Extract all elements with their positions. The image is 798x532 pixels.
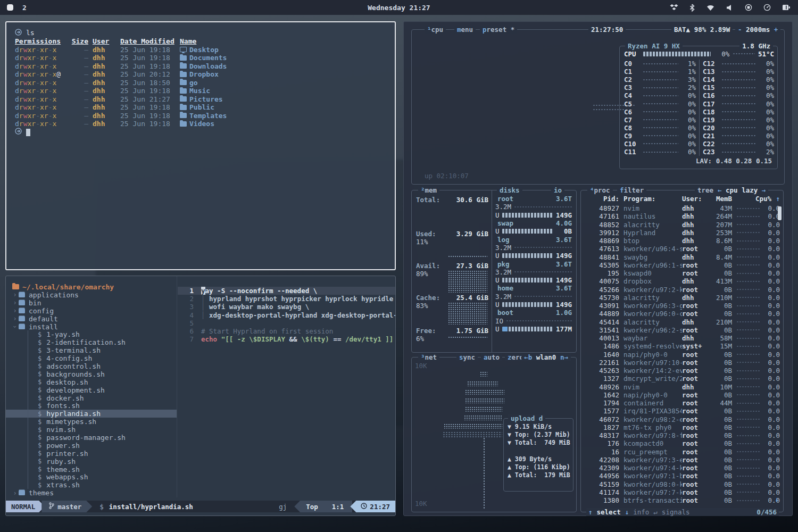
process-row[interactable]: 1380 btrfs-transactio root 0B 0.0 bbox=[584, 496, 780, 504]
proc-scrollbar[interactable] bbox=[778, 206, 782, 220]
tree-item[interactable]: 1-yay.sh bbox=[6, 330, 177, 338]
process-row[interactable]: 41174 kworker/u97:7-kv root 0B 0.0 bbox=[584, 488, 780, 496]
preset-button[interactable]: preset * bbox=[480, 26, 517, 34]
tree-item[interactable]: hyprlandia.sh bbox=[6, 410, 177, 418]
tree-item[interactable]: nvim.sh bbox=[6, 426, 177, 434]
tree-item[interactable]: default bbox=[6, 315, 177, 323]
tree-item[interactable]: password-manager.sh bbox=[6, 434, 177, 442]
process-row[interactable]: 46072 kworker/u98:2-ev root 0B 0.0 bbox=[584, 415, 780, 423]
cpu-panel-title[interactable]: ¹cpu bbox=[425, 26, 446, 34]
process-row[interactable]: 1577 irq/81-PIXA3854: root 0B 0.0 bbox=[584, 407, 780, 415]
process-row[interactable]: 195 kswapd0 root 0B 0.0 bbox=[584, 269, 780, 277]
enter-icon[interactable]: ↵ bbox=[653, 508, 658, 516]
tree-item[interactable]: themes bbox=[6, 489, 177, 497]
process-row[interactable]: 1827 mt76-tx phy0 root 0B 0.0 bbox=[584, 423, 780, 431]
tree-item[interactable]: ruby.sh bbox=[6, 458, 177, 466]
process-row[interactable]: 42208 kworker/u97:3-ev root 0B 0.0 bbox=[584, 456, 780, 464]
process-row[interactable]: 1327 dmcrypt_write/25 root 0B 0.0 bbox=[584, 375, 780, 383]
tree-item[interactable]: bin bbox=[6, 299, 177, 307]
gauge-icon[interactable] bbox=[763, 4, 771, 11]
tree-item[interactable]: development.sh bbox=[6, 386, 177, 394]
tree-item[interactable]: 2-identification.sh bbox=[6, 338, 177, 346]
proc-panel-title[interactable]: ⁴proc bbox=[587, 186, 613, 194]
process-row[interactable]: 45305 kworker/u96:1-sd root 0B 0.0 bbox=[584, 261, 780, 269]
process-row[interactable]: 48926 nvim dhh 10M 0.0 bbox=[584, 383, 780, 391]
battery-icon[interactable] bbox=[782, 4, 791, 11]
tree-item[interactable]: printer.sh bbox=[6, 450, 177, 458]
net-sync-button[interactable]: sync bbox=[456, 353, 478, 361]
os-logo-icon[interactable] bbox=[6, 4, 14, 11]
process-row[interactable]: 42309 kworker/u97:4-kc root 0B 0.0 bbox=[584, 464, 780, 472]
net-interface[interactable]: ←b wlan0 n→ bbox=[521, 353, 571, 361]
select-button[interactable]: select bbox=[597, 508, 621, 516]
net-auto-button[interactable]: auto bbox=[481, 353, 502, 361]
disk-io-graph bbox=[514, 271, 572, 273]
tree-item[interactable]: config bbox=[6, 307, 177, 315]
process-row[interactable]: 45263 kworker/14:2-eve root 0B 0.0 bbox=[584, 367, 780, 375]
process-row[interactable]: 48841 swaybg dhh 8.4M 0.0 bbox=[584, 253, 780, 261]
signals-button[interactable]: signals bbox=[662, 508, 690, 516]
tree-item[interactable]: backgrounds.sh bbox=[6, 370, 177, 378]
process-row[interactable]: 47161 nautilus dhh 264M 0.0 bbox=[584, 212, 780, 220]
tree-item[interactable]: xtras.sh bbox=[6, 481, 177, 489]
process-row[interactable]: 45414 alacritty dhh 210M 0.0 bbox=[584, 318, 780, 326]
wifi-icon[interactable] bbox=[706, 4, 715, 11]
process-row[interactable]: 47613 kworker/u96:4-sd root 0B 0.0 bbox=[584, 245, 780, 253]
process-row[interactable]: 1486 systemd-resolve syst+ 15M 0.0 bbox=[584, 342, 780, 350]
filter-button[interactable]: filter bbox=[617, 186, 646, 194]
tree-item[interactable]: fonts.sh bbox=[6, 402, 177, 410]
process-row[interactable]: 44956 kworker/u97:1-bt root 0B 0.0 bbox=[584, 472, 780, 480]
process-row[interactable]: 40013 waybar dhh 58M 0.0 bbox=[584, 334, 780, 342]
tree-item[interactable]: theme.sh bbox=[6, 466, 177, 473]
process-row[interactable]: 48852 alacritty dhh 207M 0.0 bbox=[584, 221, 780, 229]
cpu-icon[interactable] bbox=[745, 4, 752, 11]
tree-root[interactable]: ~/.local/share/omarchy bbox=[6, 282, 177, 291]
process-row[interactable]: 45159 kworker/u98:0-kv root 0B 0.0 bbox=[584, 480, 780, 488]
process-row[interactable]: 43091 kworker/u96:3-gf root 0B 0.0 bbox=[584, 302, 780, 310]
bluetooth-icon[interactable] bbox=[689, 4, 695, 12]
process-row[interactable]: 48869 btop dhh 8.6M 0.0 bbox=[584, 237, 780, 245]
process-row[interactable]: 40075 dropbox dhh 413M 0.0 bbox=[584, 277, 780, 285]
shell-input[interactable] bbox=[15, 128, 395, 137]
tree-item[interactable]: docker.sh bbox=[6, 394, 177, 402]
dropbox-icon[interactable] bbox=[670, 4, 678, 11]
disks-title[interactable]: disks bbox=[497, 186, 522, 194]
tree-item[interactable]: install bbox=[6, 323, 177, 331]
sort-control[interactable]: ← cpu lazy → bbox=[715, 186, 768, 194]
process-row[interactable]: 48317 kworker/u97:8-fl root 0B 0.0 bbox=[584, 431, 780, 439]
menu-button[interactable]: menu bbox=[454, 26, 476, 34]
tree-item[interactable]: mimetypes.sh bbox=[6, 418, 177, 426]
process-row[interactable]: 1794 containerd root 44M 0.0 bbox=[584, 399, 780, 407]
disks-io-title[interactable]: io bbox=[551, 186, 564, 194]
interval-control[interactable]: - 2000ms + bbox=[735, 26, 780, 34]
process-row[interactable]: 44889 kworker/u96:0-co root 0B 0.0 bbox=[584, 310, 780, 318]
net-panel-title[interactable]: ³net bbox=[418, 353, 439, 361]
process-row[interactable]: 48927 nvim dhh 43M 0.0 bbox=[584, 204, 780, 212]
tree-item[interactable]: adscontrol.sh bbox=[6, 362, 177, 370]
process-row[interactable]: 39912 Hyprland dhh 253M 0.0 bbox=[584, 229, 780, 237]
tree-item[interactable]: desktop.sh bbox=[6, 378, 177, 386]
process-row[interactable]: 1642 napi/phy0-0 root 0B 0.0 bbox=[584, 391, 780, 399]
tree-item[interactable]: 4-config.sh bbox=[6, 354, 177, 362]
sort-arrow-icon[interactable]: ↑ bbox=[771, 195, 780, 203]
process-row[interactable]: 16 rcu_preempt root 0B 0.0 bbox=[584, 448, 780, 456]
tree-item[interactable]: webapps.sh bbox=[6, 473, 177, 481]
process-row[interactable]: 1640 napi/phy0-0 root 0B 0.0 bbox=[584, 351, 780, 359]
process-row[interactable]: 45730 alacritty dhh 210M 0.0 bbox=[584, 294, 780, 302]
process-row[interactable]: 176 kcompactd0 root 0B 0.0 bbox=[584, 439, 780, 447]
process-row[interactable]: 45266 kworker/u97:2-kc root 0B 0.0 bbox=[584, 286, 780, 294]
tree-item[interactable]: 3-terminal.sh bbox=[6, 346, 177, 354]
scroll-down-icon[interactable]: ↓ bbox=[775, 495, 779, 503]
select-up-icon[interactable]: ↑ bbox=[588, 508, 593, 516]
editor-pane[interactable]: 1 yay -S --noconfirm --needed \ 2 │ hypr… bbox=[178, 276, 395, 497]
tree-item[interactable]: applications bbox=[6, 291, 177, 299]
select-down-icon[interactable]: ↓ bbox=[625, 508, 629, 516]
process-row[interactable]: 31541 kworker/u96:2-sd root 0B 0.0 bbox=[584, 326, 780, 334]
process-row[interactable]: 22161 kworker/u97:10-k root 0B 0.0 bbox=[584, 359, 780, 367]
volume-icon[interactable] bbox=[726, 4, 734, 11]
tree-item[interactable]: power.sh bbox=[6, 442, 177, 450]
ls-header-name: Name bbox=[180, 37, 395, 46]
info-button[interactable]: info bbox=[633, 508, 649, 516]
workspace-indicator[interactable]: 2 bbox=[22, 4, 27, 12]
tree-button[interactable]: tree bbox=[695, 186, 716, 194]
